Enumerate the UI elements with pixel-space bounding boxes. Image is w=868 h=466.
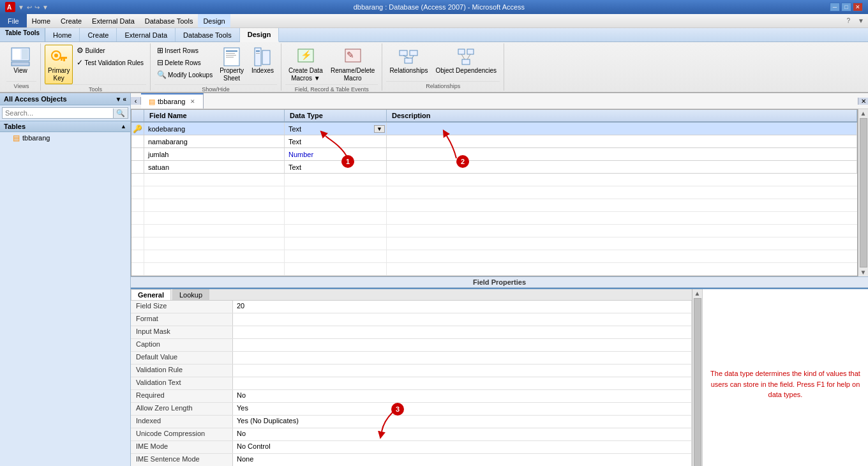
file-menu[interactable]: File xyxy=(0,14,27,27)
search-input[interactable] xyxy=(3,108,113,118)
tab-home[interactable]: Home xyxy=(45,28,80,41)
nav-pin-icon[interactable]: « xyxy=(123,96,126,103)
tbbarang-nav-item[interactable]: ▤ tbbarang xyxy=(0,132,130,144)
data-type-cell[interactable]: Text xyxy=(285,135,387,147)
field-name-cell[interactable]: jumlah xyxy=(144,148,285,160)
field-name-cell[interactable]: satuan xyxy=(144,161,285,173)
relationships-icon xyxy=(398,47,419,67)
data-type-cell[interactable]: Text xyxy=(285,161,387,173)
table-row[interactable]: namabarang Text xyxy=(131,135,857,148)
data-type-dropdown[interactable]: ▼ xyxy=(374,125,385,133)
default-value-value[interactable] xyxy=(233,352,692,364)
allow-zero-length-value[interactable]: Yes xyxy=(233,403,692,415)
tab-scroll-left[interactable]: ‹ xyxy=(131,97,141,105)
insert-rows-button[interactable]: ⊞ Insert Rows xyxy=(154,45,215,56)
caption-value[interactable] xyxy=(233,339,692,351)
database-tools-menu[interactable]: Database Tools xyxy=(140,14,198,27)
nav-expand-icon[interactable]: ▼ xyxy=(116,96,122,103)
minimize-button[interactable]: ─ xyxy=(830,3,840,11)
general-tab[interactable]: General xyxy=(131,289,171,300)
field-name-column-header: Field Name xyxy=(144,110,285,121)
description-cell[interactable] xyxy=(387,123,857,135)
props-scroll-up[interactable]: ▲ xyxy=(694,289,701,297)
tools-group-label: Tools xyxy=(45,84,146,93)
access-icon: A xyxy=(5,2,15,12)
table-row[interactable]: jumlah Number xyxy=(131,148,857,161)
create-data-macros-button[interactable]: ⚡ Create DataMacros ▼ xyxy=(285,45,326,84)
ime-sentence-mode-value[interactable]: None xyxy=(233,454,692,466)
indexed-value[interactable]: Yes (No Duplicates) xyxy=(233,416,692,428)
format-value[interactable] xyxy=(233,313,692,326)
rename-macro-button[interactable]: ✎ Rename/DeleteMacro xyxy=(327,45,378,84)
data-type-cell[interactable]: Number xyxy=(285,148,387,160)
external-data-menu[interactable]: External Data xyxy=(87,14,140,27)
ime-mode-value[interactable]: No Control xyxy=(233,441,692,453)
unicode-compression-value[interactable]: No xyxy=(233,428,692,440)
svg-rect-19 xyxy=(256,53,260,54)
svg-point-7 xyxy=(54,54,58,57)
description-cell[interactable] xyxy=(387,135,857,147)
indexes-button[interactable]: Indexes xyxy=(248,45,277,77)
property-sheet-button[interactable]: PropertySheet xyxy=(216,45,247,84)
create-menu[interactable]: Create xyxy=(56,14,87,27)
empty-row xyxy=(131,250,857,263)
table-row[interactable]: satuan Text xyxy=(131,161,857,174)
field-size-value[interactable]: 20 xyxy=(233,301,692,313)
lookup-tab[interactable]: Lookup xyxy=(172,289,209,300)
tab-close-all[interactable]: ✕ xyxy=(858,98,868,105)
props-scrollbar-vertical[interactable]: ▲ ▼ xyxy=(692,289,702,466)
tab-database-tools[interactable]: Database Tools xyxy=(176,28,240,41)
scroll-down-arrow[interactable]: ▼ xyxy=(860,268,867,276)
close-button[interactable]: ✕ xyxy=(853,3,863,11)
menubar: File Home Create External Data Database … xyxy=(0,14,868,28)
tbbarang-tab[interactable]: ▤ tbbarang ✕ xyxy=(141,93,204,109)
indexes-label: Indexes xyxy=(251,67,274,75)
scroll-thumb[interactable] xyxy=(860,118,867,267)
validation-text-value[interactable] xyxy=(233,377,692,389)
rename-macro-label: Rename/DeleteMacro xyxy=(331,67,375,82)
tables-section-header[interactable]: Tables ▲ xyxy=(0,121,130,132)
object-dependencies-button[interactable]: Object Dependencies xyxy=(432,45,500,77)
indexed-row: Indexed Yes (No Duplicates) xyxy=(131,416,692,428)
primary-key-button[interactable]: PrimaryKey xyxy=(45,45,73,84)
required-row: Required No xyxy=(131,390,692,403)
table-tools-label: Table Tools xyxy=(0,28,45,41)
validation-rule-value[interactable] xyxy=(233,365,692,377)
table-row[interactable]: 🔑 kodebarang Text ▼ xyxy=(131,123,857,135)
description-cell[interactable] xyxy=(387,161,857,173)
tab-external-data[interactable]: External Data xyxy=(117,28,176,41)
field-name-cell[interactable]: namabarang xyxy=(144,135,285,147)
ribbon-group-relationships: Relationships Object Dependencies Relati… xyxy=(382,43,504,91)
home-menu[interactable]: Home xyxy=(27,14,56,27)
design-menu[interactable]: Design xyxy=(198,14,230,27)
grid-scrollbar-vertical[interactable]: ▲ ▼ xyxy=(858,109,868,276)
svg-rect-18 xyxy=(256,50,260,52)
svg-rect-9 xyxy=(63,59,65,61)
search-button[interactable]: 🔍 xyxy=(113,109,128,118)
props-scroll-thumb[interactable] xyxy=(694,298,701,466)
required-value[interactable]: No xyxy=(233,390,692,402)
field-name-cell[interactable]: kodebarang xyxy=(144,123,285,135)
svg-text:A: A xyxy=(7,4,11,11)
builder-button[interactable]: ⚙ Builder xyxy=(74,45,146,56)
tables-label: Tables xyxy=(4,123,26,130)
view-button[interactable]: View xyxy=(6,45,34,77)
modify-lookups-button[interactable]: 🔍 Modify Lookups xyxy=(154,69,215,80)
views-group-label: Views xyxy=(6,81,36,89)
scroll-up-arrow[interactable]: ▲ xyxy=(860,109,867,117)
delete-rows-button[interactable]: ⊟ Delete Rows xyxy=(154,57,215,68)
svg-rect-3 xyxy=(11,62,29,66)
test-validation-button[interactable]: ✓ Test Validation Rules xyxy=(74,57,146,68)
data-type-cell[interactable]: Text ▼ xyxy=(285,123,387,135)
svg-rect-12 xyxy=(226,50,237,52)
relationships-button[interactable]: Relationships xyxy=(386,45,431,77)
tab-create[interactable]: Create xyxy=(80,28,117,41)
tab-close-icon[interactable]: ✕ xyxy=(190,98,195,105)
svg-rect-8 xyxy=(59,57,67,59)
maximize-button[interactable]: □ xyxy=(841,3,851,11)
modify-lookups-icon: 🔍 xyxy=(157,70,167,79)
tab-design[interactable]: Design xyxy=(240,28,280,42)
description-cell[interactable] xyxy=(387,148,857,160)
input-mask-value[interactable] xyxy=(233,326,692,338)
svg-rect-29 xyxy=(458,49,465,54)
